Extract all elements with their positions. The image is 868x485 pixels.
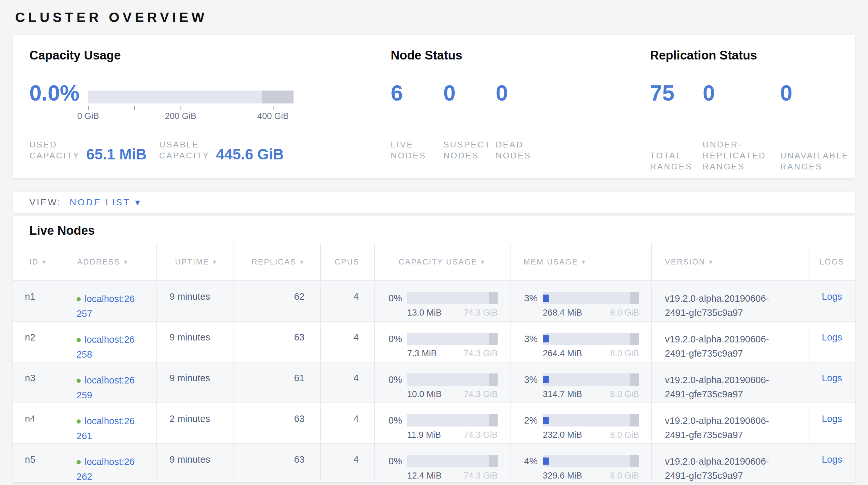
memory-used: 268.4 MiB (543, 308, 582, 318)
replication-numbers: 75 0 0 (650, 81, 855, 123)
node-cpus-cell: 4 (320, 362, 375, 403)
node-address-link[interactable]: localhost:26257 (76, 293, 135, 319)
memory-values: 232.0 MiB8.0 GiB (543, 430, 639, 440)
capacity-bar-reserved (489, 333, 498, 345)
capacity-meter: 0% 11.9 MiB74.3 GiB (382, 414, 498, 440)
node-version-cell: v19.2.0-alpha.20190606-2491-gfe735c9a97 (652, 403, 809, 444)
node-logs-cell: Logs (809, 403, 855, 444)
stat-label-line: NODES (496, 150, 531, 161)
column-header-label: CAPACITY USAGE (399, 257, 477, 266)
sort-desc-icon: ▼ (581, 259, 587, 265)
used-capacity-stat: USED CAPACITY 65.1 MiB (29, 139, 159, 161)
column-header-version[interactable]: VERSION▼ (652, 244, 809, 281)
capacity-values: 7.3 MiB74.3 GiB (407, 348, 498, 359)
usable-capacity-value: 445.6 GiB (216, 146, 284, 162)
chevron-down-icon: ▾ (135, 198, 140, 207)
stat-label-line: USED (29, 139, 80, 150)
memory-meter: 4% 329.6 MiB8.0 GiB (518, 455, 639, 481)
node-cpus-cell: 4 (320, 444, 375, 482)
view-bar: VIEW: NODE LIST ▾ (13, 192, 855, 213)
memory-used: 314.7 MiB (543, 389, 582, 399)
stat-label-line: TOTAL (650, 150, 703, 161)
node-status-section: Node Status 6 0 0 LIVE NODES SUSPECT NOD… (391, 48, 650, 178)
memory-meter: 3% 264.4 MiB8.0 GiB (518, 333, 639, 359)
axis-tick-label: 400 GiB (257, 111, 289, 121)
capacity-usage-section: Capacity Usage 0.0% 0 GiB 200 GiB 400 Gi… (29, 48, 391, 178)
memory-bar-fill (543, 458, 549, 465)
column-header-replicas[interactable]: REPLICAS▼ (233, 244, 320, 281)
memory-percent: 4% (518, 455, 538, 481)
column-header-label: LOGS (819, 257, 844, 266)
view-label: VIEW: (29, 197, 61, 207)
stat-label-line: LIVE (391, 139, 443, 150)
node-replicas-cell: 62 (233, 281, 320, 321)
total-ranges-label: TOTAL RANGES (650, 150, 703, 172)
node-memory-cell: 3% 268.4 MiB8.0 GiB (510, 281, 652, 321)
capacity-stats: USED CAPACITY 65.1 MiB USABLE CAPACITY 4… (29, 139, 391, 161)
memory-bar-fill (543, 417, 549, 424)
capacity-bar-track (88, 90, 293, 104)
node-address-link[interactable]: localhost:26258 (76, 334, 135, 360)
live-nodes-label: LIVE NODES (391, 139, 443, 161)
memory-used: 264.4 MiB (543, 348, 582, 359)
column-header-logs: LOGS (809, 244, 855, 281)
logs-link[interactable]: Logs (822, 291, 842, 302)
stat-label-line: DEAD (496, 139, 531, 150)
capacity-used: 11.9 MiB (407, 430, 441, 440)
capacity-values: 13.0 MiB74.3 GiB (407, 308, 498, 318)
dead-nodes-value: 0 (496, 81, 508, 123)
node-replicas-cell: 61 (233, 362, 320, 403)
memory-values: 268.4 MiB8.0 GiB (543, 308, 639, 318)
capacity-meter: 0% 13.0 MiB74.3 GiB (382, 292, 498, 318)
table-header-row: ID▼ ADDRESS▼ UPTIME▼ REPLICAS▼ CPUS CAPA… (13, 244, 855, 281)
logs-link[interactable]: Logs (822, 454, 842, 465)
column-header-mem-usage[interactable]: MEM USAGE▼ (510, 244, 652, 281)
column-header-capacity-usage[interactable]: CAPACITY USAGE▼ (375, 244, 510, 281)
stat-label-line: UNDER- (703, 139, 780, 150)
node-uptime-cell: 9 minutes (156, 281, 233, 321)
memory-percent: 3% (518, 333, 538, 359)
node-version-cell: v19.2.0-alpha.20190606-2491-gfe735c9a97 (652, 444, 809, 482)
capacity-meter: 0% 10.0 MiB74.3 GiB (382, 373, 498, 399)
column-header-label: MEM USAGE (523, 257, 578, 266)
column-header-uptime[interactable]: UPTIME▼ (156, 244, 233, 281)
node-id-cell: n5 (13, 444, 64, 482)
column-header-label: UPTIME (175, 257, 209, 266)
memory-bar-track (543, 333, 639, 345)
logs-link[interactable]: Logs (822, 373, 842, 383)
node-address-cell: localhost:26258 (64, 321, 156, 362)
axis-tick (134, 106, 135, 110)
view-dropdown-value[interactable]: NODE LIST (70, 197, 130, 207)
memory-total: 8.0 GiB (610, 470, 639, 481)
usable-capacity-stat: USABLE CAPACITY 445.6 GiB (159, 139, 284, 161)
total-ranges-value: 75 (650, 81, 703, 123)
unavailable-ranges-label: UNAVAILABLE RANGES (780, 150, 848, 172)
used-capacity-value: 65.1 MiB (86, 146, 147, 162)
capacity-meter: 0% 12.4 MiB74.3 GiB (382, 455, 498, 481)
memory-total: 8.0 GiB (610, 348, 639, 359)
stat-label-line: NODES (391, 150, 443, 161)
column-header-id[interactable]: ID▼ (13, 244, 64, 281)
logs-link[interactable]: Logs (822, 332, 842, 342)
memory-meter: 3% 268.4 MiB8.0 GiB (518, 292, 639, 318)
node-uptime-cell: 9 minutes (156, 362, 233, 403)
node-address-link[interactable]: localhost:26261 (76, 416, 135, 441)
capacity-meter: 0% 7.3 MiB74.3 GiB (382, 333, 498, 359)
memory-used: 232.0 MiB (543, 430, 582, 440)
memory-bar-track (543, 414, 639, 426)
node-address-link[interactable]: localhost:26259 (76, 375, 135, 400)
node-capacity-cell: 0% 10.0 MiB74.3 GiB (375, 362, 510, 403)
logs-link[interactable]: Logs (822, 413, 842, 424)
capacity-usage-title: Capacity Usage (29, 48, 391, 63)
column-header-cpus: CPUS (320, 244, 375, 281)
sort-desc-icon: ▼ (212, 259, 218, 265)
view-dropdown[interactable]: NODE LIST ▾ (70, 197, 140, 207)
capacity-bar-reserved (262, 90, 293, 104)
memory-bar-track (543, 455, 639, 467)
column-header-label: REPLICAS (252, 257, 297, 266)
node-uptime-cell: 2 minutes (156, 403, 233, 444)
capacity-bar-track (407, 292, 498, 304)
memory-bar-fill (543, 335, 549, 342)
column-header-address[interactable]: ADDRESS▼ (64, 244, 156, 281)
node-address-link[interactable]: localhost:26262 (76, 457, 135, 482)
